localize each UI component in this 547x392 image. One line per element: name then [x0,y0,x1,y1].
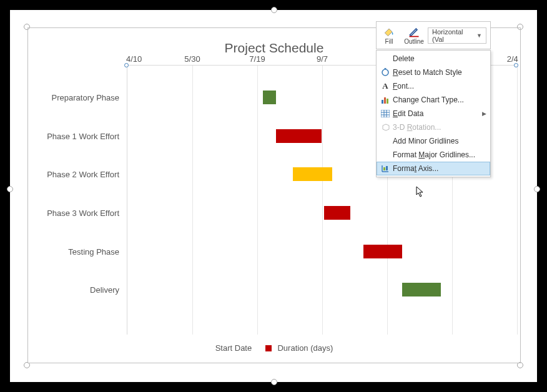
menu-item-label: Add Minor Gridlines [392,137,486,145]
fill-label: Fill [385,38,393,45]
task-bar[interactable] [363,245,402,258]
mini-toolbar: Fill Outline Horizontal (Val ▼ [376,21,491,49]
task-label[interactable]: Delivery [26,285,119,295]
submenu-arrow-icon: ▶ [482,110,486,117]
task-row: Phase 3 Work Effort [127,194,516,232]
axis-tick-label: 4/10 [126,54,142,64]
task-label[interactable]: Phase 2 Work Effort [26,170,119,179]
axis-icon [379,164,392,174]
menu-item-label: Format Major Gridlines... [392,150,486,159]
task-bar[interactable] [293,167,332,181]
bars-icon [379,95,392,105]
legend-swatch [265,345,272,351]
menu-item-formataxis[interactable]: Format Axis... [377,162,490,175]
selection-handle[interactable] [7,186,13,192]
selection-handle[interactable] [271,379,277,385]
axis-tick-label: 2/4 [507,54,518,64]
chart-element-selector[interactable]: Horizontal (Val ▼ [428,27,486,44]
menu-item-majorgrid[interactable]: Format Major Gridlines... [377,148,490,162]
menu-item-reset[interactable]: Reset to Match Style [377,66,490,79]
task-label[interactable]: Phase 1 Work Effort [26,131,119,140]
axis-tick-label: 9/7 [317,54,328,64]
axis-tick-label: 7/19 [249,54,265,64]
legend-entry-start[interactable]: Start Date [215,343,252,353]
legend-entry-duration[interactable]: Duration (days) [277,343,333,353]
svg-rect-2 [382,100,383,104]
task-label[interactable]: Phase 3 Work Effort [26,208,119,218]
blank-icon [379,136,392,146]
selection-handle[interactable] [534,186,540,192]
svg-rect-0 [410,36,419,37]
task-label[interactable]: Testing Phase [26,247,119,256]
menu-item-delete[interactable]: Delete [377,52,490,66]
blank-icon [379,54,392,64]
gridline [517,66,518,335]
outline-button[interactable]: Outline [402,22,426,49]
svg-rect-5 [381,110,390,117]
menu-item-3drotation: 3-D Rotation... [377,120,490,134]
menu-item-minorgrid[interactable]: Add Minor Gridlines [377,134,490,148]
menu-item-font[interactable]: AFont... [377,79,490,93]
pen-icon [408,26,420,38]
menu-item-label: 3-D Rotation... [392,123,486,132]
menu-item-label: Edit Data [392,109,482,118]
axis-tick-label: 5/30 [184,54,200,64]
task-bar[interactable] [263,91,276,104]
reset-icon [379,67,392,77]
task-row: Delivery [127,270,516,309]
chart-legend[interactable]: Start Date Duration (days) [28,343,520,353]
task-bar[interactable] [324,206,350,220]
svg-point-1 [382,69,388,76]
menu-item-label: Font... [392,82,486,91]
task-label[interactable]: Preparatory Phase [26,92,119,102]
task-row: Testing Phase [127,232,516,271]
menu-item-editdata[interactable]: Edit Data▶ [377,107,490,120]
svg-rect-13 [386,166,388,170]
chevron-down-icon: ▼ [476,32,482,39]
blank-icon [379,150,392,160]
selector-value: Horizontal (Val [432,28,476,43]
grid-icon [379,109,392,119]
menu-item-label: Change Chart Type... [392,96,486,104]
A-font-icon: A [379,81,392,91]
menu-item-charttype[interactable]: Change Chart Type... [377,93,490,107]
context-menu: DeleteReset to Match StyleAFont...Change… [376,50,491,177]
workspace: Project Schedule 4/105/307/199/710/2712/… [10,10,537,382]
svg-rect-3 [384,97,386,104]
svg-rect-4 [387,99,388,104]
menu-item-label: Delete [392,54,486,63]
task-bar[interactable] [276,129,322,143]
task-bar[interactable] [402,283,441,296]
cube-icon [379,122,392,132]
fill-button[interactable]: Fill [377,22,402,49]
menu-item-label: Reset to Match Style [392,68,486,77]
selection-handle[interactable] [271,7,277,13]
paint-bucket-icon [383,26,395,38]
outline-label: Outline [404,38,424,45]
svg-rect-12 [383,167,385,170]
menu-item-label: Format Axis... [392,164,486,173]
